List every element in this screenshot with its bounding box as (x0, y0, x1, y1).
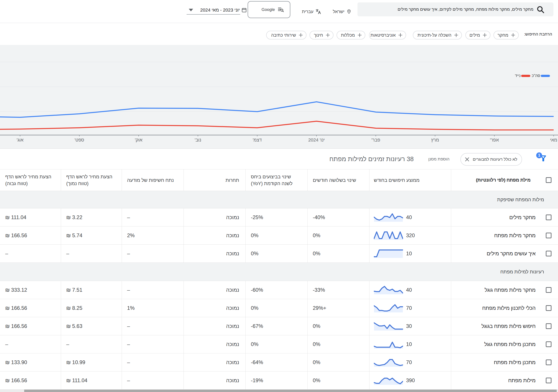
svg-text:1: 1 (538, 153, 540, 157)
